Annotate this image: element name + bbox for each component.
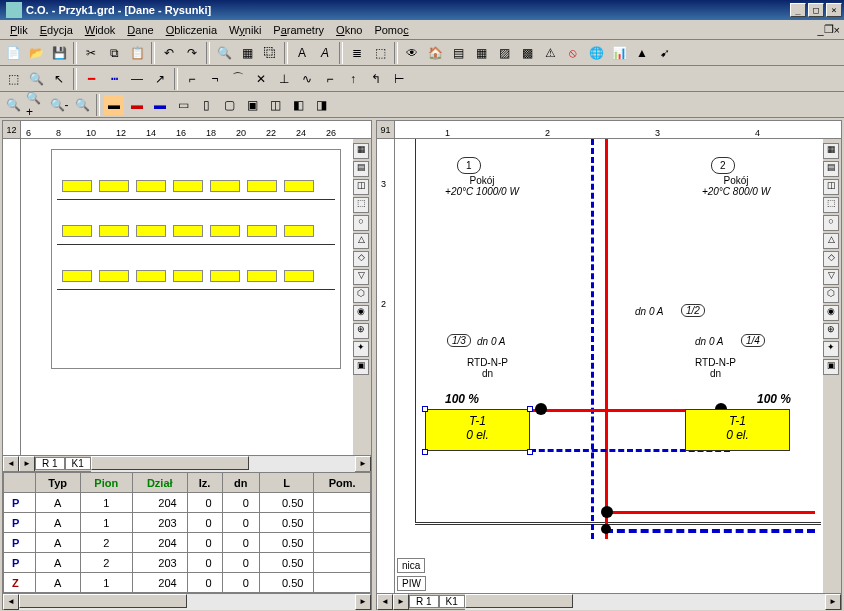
tee-button[interactable]: ⊥ [273, 68, 295, 90]
zoom-in-button[interactable]: 🔍 [213, 42, 235, 64]
grid-row[interactable]: ZA1204000.50 [4, 573, 371, 593]
wave-button[interactable]: ∿ [296, 68, 318, 90]
side-tool-2[interactable]: ▤ [353, 161, 369, 177]
arrow-up-button[interactable]: ↗ [149, 68, 171, 90]
mdi-close-button[interactable]: × [834, 24, 840, 36]
zoom-minus-button[interactable]: 🔍- [48, 94, 70, 116]
zoom-all-button[interactable]: 🔍 [71, 94, 93, 116]
grid-row[interactable]: PA2204000.50 [4, 533, 371, 553]
layer7-button[interactable]: ▣ [241, 94, 263, 116]
floor-button[interactable]: ▦ [236, 42, 258, 64]
layer6-button[interactable]: ▢ [218, 94, 240, 116]
zoom-plus-button[interactable]: 🔍+ [25, 94, 47, 116]
copy-button[interactable]: ⧉ [103, 42, 125, 64]
dside-tool-8[interactable]: ▽ [823, 269, 839, 285]
zoom-tool-button[interactable]: 🔍 [25, 68, 47, 90]
calc-button[interactable]: ▩ [516, 42, 538, 64]
tab-r1-right[interactable]: R 1 [409, 595, 439, 608]
dside-tool-6[interactable]: △ [823, 233, 839, 249]
elbow1-button[interactable]: ⌐ [181, 68, 203, 90]
save-button[interactable]: 💾 [48, 42, 70, 64]
grid-row[interactable]: PA2203000.50 [4, 553, 371, 573]
menu-parametry[interactable]: Parametry [267, 22, 330, 38]
dscroll-right-button[interactable]: ► [393, 594, 409, 610]
find-button[interactable]: 👁 [401, 42, 423, 64]
mdi-restore-button[interactable]: ❐ [824, 23, 834, 36]
scroll-end-button[interactable]: ► [355, 456, 371, 472]
redo-button[interactable]: ↷ [181, 42, 203, 64]
layer9-button[interactable]: ◧ [287, 94, 309, 116]
globe-button[interactable]: 🌐 [585, 42, 607, 64]
selection-handle[interactable] [527, 406, 533, 412]
select-button[interactable]: ⬚ [2, 68, 24, 90]
menu-dane[interactable]: Dane [121, 22, 159, 38]
dside-tool-7[interactable]: ◇ [823, 251, 839, 267]
connector-button[interactable]: ⊢ [388, 68, 410, 90]
dside-tool-13[interactable]: ▣ [823, 359, 839, 375]
pointer-button[interactable]: ↖ [48, 68, 70, 90]
grid-row[interactable]: PA1204000.50 [4, 493, 371, 513]
dside-tool-3[interactable]: ◫ [823, 179, 839, 195]
side-tool-5[interactable]: ○ [353, 215, 369, 231]
warn-button[interactable]: ⚠ [539, 42, 561, 64]
close-button[interactable]: × [826, 3, 842, 17]
step-button[interactable]: ⌐ [319, 68, 341, 90]
dside-tool-2[interactable]: ▤ [823, 161, 839, 177]
side-tool-6[interactable]: △ [353, 233, 369, 249]
dside-tool-11[interactable]: ⊕ [823, 323, 839, 339]
layer5-button[interactable]: ▯ [195, 94, 217, 116]
side-tool-13[interactable]: ▣ [353, 359, 369, 375]
side-tool-11[interactable]: ⊕ [353, 323, 369, 339]
floating-tab-nica[interactable]: nica [397, 558, 425, 573]
return-button[interactable]: ↰ [365, 68, 387, 90]
arc-button[interactable]: ⌒ [227, 68, 249, 90]
line-thin-button[interactable]: — [126, 68, 148, 90]
undo-button[interactable]: ↶ [158, 42, 180, 64]
drawing-canvas[interactable]: 1 Pokój+20°C 1000/0 W 2 Pokój+20°C 800/0… [395, 139, 841, 593]
menu-widok[interactable]: Widok [79, 22, 122, 38]
layer4-button[interactable]: ▭ [172, 94, 194, 116]
dside-tool-5[interactable]: ○ [823, 215, 839, 231]
scroll-right-button[interactable]: ► [19, 456, 35, 472]
side-tool-10[interactable]: ◉ [353, 305, 369, 321]
tab-r1-left[interactable]: R 1 [35, 457, 65, 470]
tab-k1-right[interactable]: K1 [439, 595, 465, 608]
zoom-fit-button[interactable]: 🔍 [2, 94, 24, 116]
layer3-button[interactable]: ▬ [149, 94, 171, 116]
radiator-2[interactable]: T-1 0 el. [685, 409, 790, 451]
maximize-button[interactable]: □ [808, 3, 824, 17]
menu-plik[interactable]: Plik [4, 22, 34, 38]
line-blue-button[interactable]: ┅ [103, 68, 125, 90]
layer10-button[interactable]: ◨ [310, 94, 332, 116]
overview-scrollbar[interactable]: ◄ ► R 1 K1 ► [3, 455, 371, 471]
duplicate-button[interactable]: ⿻ [259, 42, 281, 64]
menu-obliczenia[interactable]: Obliczenia [160, 22, 223, 38]
side-tool-7[interactable]: ◇ [353, 251, 369, 267]
floating-tab-piw[interactable]: PIW [397, 576, 426, 591]
grid-button[interactable]: ▦ [470, 42, 492, 64]
layer1-button[interactable]: ▬ [103, 94, 125, 116]
grid-scrollbar[interactable]: ◄► [3, 593, 371, 609]
dscroll-left-button[interactable]: ◄ [377, 594, 393, 610]
layer2-button[interactable]: ▬ [126, 94, 148, 116]
selection-handle[interactable] [527, 449, 533, 455]
home-button[interactable]: 🏠 [424, 42, 446, 64]
dside-tool-12[interactable]: ✦ [823, 341, 839, 357]
chart-button[interactable]: 📊 [608, 42, 630, 64]
dscroll-end-button[interactable]: ► [825, 594, 841, 610]
menu-edycja[interactable]: Edycja [34, 22, 79, 38]
cut-button[interactable]: ✂ [80, 42, 102, 64]
data-grid[interactable]: Typ Pion Dział Iz. dn L Pom. PA1204000.5… [3, 471, 371, 593]
side-tool-1[interactable]: ▦ [353, 143, 369, 159]
line-red-button[interactable]: ━ [80, 68, 102, 90]
menu-wyniki[interactable]: Wyniki [223, 22, 267, 38]
data-button[interactable]: ▤ [447, 42, 469, 64]
riser-button[interactable]: ↑ [342, 68, 364, 90]
scroll-left-button[interactable]: ◄ [3, 456, 19, 472]
selection-handle[interactable] [422, 406, 428, 412]
new-button[interactable]: 📄 [2, 42, 24, 64]
dside-tool-1[interactable]: ▦ [823, 143, 839, 159]
selection-handle[interactable] [422, 449, 428, 455]
font-button[interactable]: A [291, 42, 313, 64]
style-button[interactable]: A [314, 42, 336, 64]
